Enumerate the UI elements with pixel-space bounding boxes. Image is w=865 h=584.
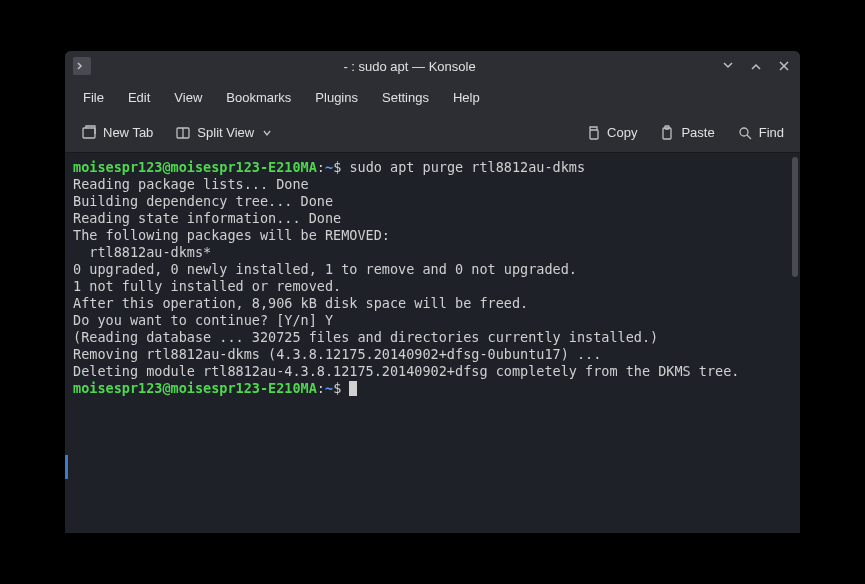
- paste-icon: [659, 125, 675, 141]
- output-line: (Reading database ... 320725 files and d…: [73, 329, 792, 346]
- output-line: rtl8812au-dkms*: [73, 244, 792, 261]
- menu-view[interactable]: View: [164, 86, 212, 109]
- copy-icon: [585, 125, 601, 141]
- svg-point-6: [740, 128, 748, 136]
- menu-bookmarks[interactable]: Bookmarks: [216, 86, 301, 109]
- copy-label: Copy: [607, 125, 637, 140]
- search-icon: [737, 125, 753, 141]
- output-line: Do you want to continue? [Y/n] Y: [73, 312, 792, 329]
- maximize-button[interactable]: [748, 58, 764, 74]
- prompt-colon: :: [317, 159, 325, 175]
- toolbar-left: New Tab Split View: [73, 120, 280, 146]
- output-line: Reading package lists... Done: [73, 176, 792, 193]
- chevron-down-icon: [262, 128, 272, 138]
- minimize-button[interactable]: [720, 58, 736, 74]
- output-line: After this operation, 8,906 kB disk spac…: [73, 295, 792, 312]
- new-tab-button[interactable]: New Tab: [73, 120, 161, 146]
- new-tab-label: New Tab: [103, 125, 153, 140]
- find-label: Find: [759, 125, 784, 140]
- app-icon: [73, 57, 91, 75]
- command-text: sudo apt purge rtl8812au-dkms: [341, 159, 585, 175]
- prompt-line-1: moisespr123@moisespr123-E210MA:~$ sudo a…: [73, 159, 792, 176]
- activity-indicator: [65, 455, 68, 479]
- output-line: Building dependency tree... Done: [73, 193, 792, 210]
- split-view-icon: [175, 125, 191, 141]
- output-line: Removing rtl8812au-dkms (4.3.8.12175.201…: [73, 346, 792, 363]
- svg-line-7: [747, 135, 751, 139]
- menubar: File Edit View Bookmarks Plugins Setting…: [65, 81, 800, 113]
- new-tab-icon: [81, 125, 97, 141]
- output-line: Deleting module rtl8812au-4.3.8.12175.20…: [73, 363, 792, 380]
- prompt-path: ~: [325, 159, 333, 175]
- split-view-label: Split View: [197, 125, 254, 140]
- output-line: Reading state information... Done: [73, 210, 792, 227]
- prompt-line-2: moisespr123@moisespr123-E210MA:~$: [73, 380, 792, 398]
- toolbar: New Tab Split View Copy: [65, 113, 800, 153]
- prompt-user: moisespr123@moisespr123-E210MA: [73, 159, 317, 175]
- paste-label: Paste: [681, 125, 714, 140]
- menu-help[interactable]: Help: [443, 86, 490, 109]
- output-line: 1 not fully installed or removed.: [73, 278, 792, 295]
- close-button[interactable]: [776, 58, 792, 74]
- copy-button[interactable]: Copy: [577, 120, 645, 146]
- svg-rect-3: [590, 130, 598, 139]
- menu-plugins[interactable]: Plugins: [305, 86, 368, 109]
- prompt-path: ~: [325, 380, 333, 396]
- svg-rect-0: [83, 128, 95, 138]
- window-title: - : sudo apt — Konsole: [99, 59, 720, 74]
- prompt-user: moisespr123@moisespr123-E210MA: [73, 380, 317, 396]
- menu-file[interactable]: File: [73, 86, 114, 109]
- konsole-window: - : sudo apt — Konsole File Edit View Bo…: [65, 51, 800, 533]
- cursor: [349, 381, 357, 396]
- prompt-colon: :: [317, 380, 325, 396]
- terminal-area[interactable]: moisespr123@moisespr123-E210MA:~$ sudo a…: [65, 153, 800, 533]
- menu-edit[interactable]: Edit: [118, 86, 160, 109]
- split-view-button[interactable]: Split View: [167, 120, 280, 146]
- titlebar[interactable]: - : sudo apt — Konsole: [65, 51, 800, 81]
- output-line: 0 upgraded, 0 newly installed, 1 to remo…: [73, 261, 792, 278]
- toolbar-right: Copy Paste Find: [577, 120, 792, 146]
- paste-button[interactable]: Paste: [651, 120, 722, 146]
- scrollbar[interactable]: [792, 157, 798, 277]
- menu-settings[interactable]: Settings: [372, 86, 439, 109]
- window-controls: [720, 58, 792, 74]
- prompt-dollar: $: [333, 380, 341, 396]
- find-button[interactable]: Find: [729, 120, 792, 146]
- output-line: The following packages will be REMOVED:: [73, 227, 792, 244]
